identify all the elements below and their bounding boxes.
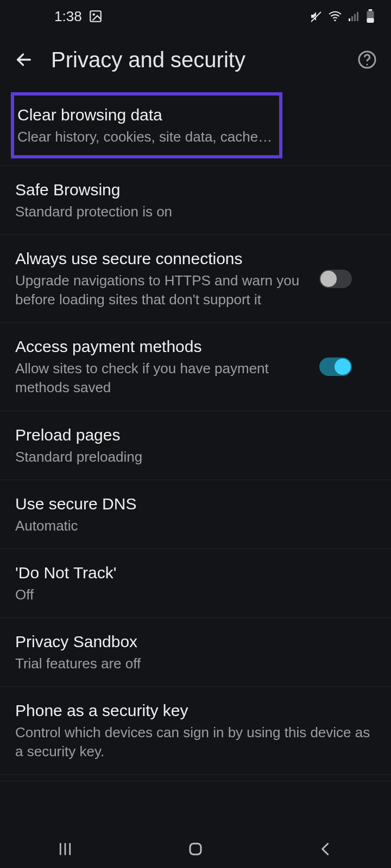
svg-rect-7 xyxy=(354,14,356,21)
setting-title: Use secure DNS xyxy=(15,493,376,514)
setting-subtitle: Control which devices can sign in by usi… xyxy=(15,723,376,761)
svg-rect-18 xyxy=(190,844,201,854)
system-navbar xyxy=(0,830,391,868)
setting-title: Clear browsing data xyxy=(17,104,277,125)
setting-do-not-track[interactable]: 'Do Not Track' Off xyxy=(0,549,391,618)
setting-always-use-secure-connections[interactable]: Always use secure connections Upgrade na… xyxy=(0,235,391,323)
nav-home-button[interactable] xyxy=(179,838,212,860)
volume-mute-icon xyxy=(310,10,323,23)
setting-subtitle: Off xyxy=(15,585,376,604)
setting-subtitle: Allow sites to check if you have payment… xyxy=(15,359,308,397)
setting-title: Access payment methods xyxy=(15,336,308,357)
setting-title: Always use secure connections xyxy=(15,248,308,269)
svg-rect-6 xyxy=(351,16,353,21)
help-button[interactable] xyxy=(355,48,379,72)
setting-access-payment-methods[interactable]: Access payment methods Allow sites to ch… xyxy=(0,323,391,411)
page-title: Privacy and security xyxy=(51,48,340,72)
image-icon xyxy=(89,9,103,23)
nav-recents-button[interactable] xyxy=(49,838,81,860)
setting-subtitle: Upgrade navigations to HTTPS and warn yo… xyxy=(15,271,308,309)
secure-connections-toggle[interactable] xyxy=(319,270,352,288)
svg-rect-9 xyxy=(369,9,373,11)
setting-clear-browsing-data[interactable]: Clear browsing data Clear history, cooki… xyxy=(11,92,282,158)
setting-title: Preload pages xyxy=(15,424,376,445)
svg-rect-11 xyxy=(367,18,374,23)
svg-point-14 xyxy=(367,64,368,66)
setting-safe-browsing[interactable]: Safe Browsing Standard protection is on xyxy=(0,166,391,235)
svg-rect-8 xyxy=(357,12,358,21)
cell-signal-icon xyxy=(348,10,361,23)
setting-title: 'Do Not Track' xyxy=(15,562,376,583)
back-button[interactable] xyxy=(12,48,36,72)
status-bar: 1:38 xyxy=(0,0,391,33)
setting-subtitle: Clear history, cookies, site data, cache… xyxy=(17,127,277,146)
setting-subtitle: Automatic xyxy=(15,516,376,535)
setting-subtitle: Standard preloading xyxy=(15,448,376,467)
setting-phone-as-security-key[interactable]: Phone as a security key Control which de… xyxy=(0,687,391,775)
setting-privacy-sandbox[interactable]: Privacy Sandbox Trial features are off xyxy=(0,618,391,687)
payment-methods-toggle[interactable] xyxy=(319,358,352,376)
battery-icon xyxy=(366,9,375,23)
svg-point-4 xyxy=(334,20,336,21)
svg-rect-5 xyxy=(349,18,350,21)
wifi-icon xyxy=(328,9,342,23)
setting-use-secure-dns[interactable]: Use secure DNS Automatic xyxy=(0,480,391,549)
svg-point-1 xyxy=(92,14,94,16)
nav-back-button[interactable] xyxy=(310,838,342,860)
setting-title: Safe Browsing xyxy=(15,179,376,200)
setting-preload-pages[interactable]: Preload pages Standard preloading xyxy=(0,411,391,480)
setting-subtitle: Standard protection is on xyxy=(15,202,376,221)
app-bar: Privacy and security xyxy=(0,33,391,87)
setting-subtitle: Trial features are off xyxy=(15,654,376,673)
svg-rect-0 xyxy=(90,11,101,22)
setting-title: Phone as a security key xyxy=(15,700,376,721)
settings-list: Clear browsing data Clear history, cooki… xyxy=(0,92,391,781)
status-time: 1:38 xyxy=(54,8,82,25)
setting-title: Privacy Sandbox xyxy=(15,631,376,652)
